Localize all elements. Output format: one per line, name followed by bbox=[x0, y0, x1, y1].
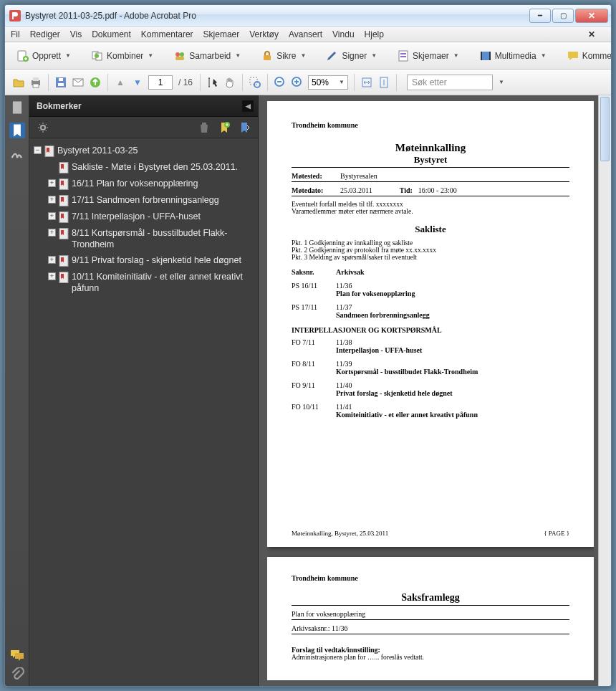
forms-button[interactable]: Skjemaer▼ bbox=[393, 48, 463, 64]
bookmark-icon bbox=[59, 211, 69, 223]
upload-icon[interactable] bbox=[89, 76, 102, 89]
section-interp: INTERPELLASJONER OG KORTSPØRSMÅL bbox=[292, 326, 569, 334]
open-icon[interactable] bbox=[12, 76, 25, 89]
menu-verktoy[interactable]: Verktøy bbox=[249, 29, 279, 39]
new-bookmark-icon[interactable] bbox=[218, 121, 231, 134]
close-button[interactable]: ✕ bbox=[575, 9, 608, 23]
svg-rect-8 bbox=[175, 57, 184, 60]
forfall-line1: Eventuelt forfall meldes til tlf. xxxxxx… bbox=[292, 201, 569, 208]
expand-icon[interactable]: + bbox=[48, 229, 56, 237]
motedato-label: Møtedato: bbox=[292, 186, 335, 194]
bookmark-icon bbox=[59, 228, 69, 239]
expand-icon[interactable]: + bbox=[48, 196, 56, 204]
svg-rect-12 bbox=[400, 56, 406, 57]
document-viewer: Trondheim kommune Møteinnkalling Bystyre… bbox=[259, 95, 611, 686]
select-tool-icon[interactable] bbox=[206, 76, 219, 89]
menu-dokument[interactable]: Dokument bbox=[92, 29, 131, 39]
expand-icon[interactable]: + bbox=[48, 272, 56, 280]
expand-icon[interactable]: + bbox=[48, 179, 56, 187]
delete-bookmark-icon[interactable] bbox=[198, 121, 211, 134]
panel-collapse-icon[interactable]: ◀ bbox=[242, 100, 254, 112]
collaborate-button[interactable]: Samarbeid▼ bbox=[169, 48, 245, 64]
bookmark-item[interactable]: +17/11 Sandmoen forbrenningsanlegg bbox=[47, 192, 255, 209]
bookmark-icon bbox=[59, 162, 69, 173]
svg-rect-17 bbox=[33, 77, 39, 81]
menubar: Fil Rediger Vis Dokument Kommentarer Skj… bbox=[5, 27, 611, 42]
zoom-in-icon[interactable] bbox=[291, 76, 304, 89]
minimize-button[interactable]: ━ bbox=[529, 9, 551, 23]
bookmark-icon bbox=[44, 146, 54, 157]
secure-button[interactable]: Sikre▼ bbox=[256, 48, 310, 64]
collapse-icon[interactable]: − bbox=[34, 146, 42, 154]
marquee-zoom-icon[interactable] bbox=[249, 76, 261, 89]
table-row: FO 8/1111/39Kortspørsmål - busstilbudet … bbox=[292, 360, 569, 376]
bookmark-item[interactable]: Sakliste - Møte i Bystyret den 25.03.201… bbox=[47, 159, 255, 176]
comments-panel-icon[interactable] bbox=[10, 649, 24, 662]
menu-skjemaer[interactable]: Skjemaer bbox=[203, 29, 240, 39]
svg-rect-30 bbox=[12, 101, 21, 113]
bookmark-item[interactable]: +7/11 Interpellasjon - UFFA-huset bbox=[47, 209, 255, 225]
create-icon bbox=[16, 49, 29, 62]
toolbar-secondary: ▲ ▼ / 16 50%▼ Søk etter ▼ bbox=[5, 70, 611, 95]
menu-fil[interactable]: Fil bbox=[11, 29, 20, 39]
create-button[interactable]: Opprett▼ bbox=[12, 48, 75, 64]
search-input[interactable]: Søk etter bbox=[407, 75, 493, 90]
comment-button[interactable]: Kommentar▼ bbox=[562, 48, 612, 64]
page-footer-left: Møteinnkalling, Bystyret, 25.03.2011 bbox=[292, 530, 388, 537]
motested-value: Bystyresalen bbox=[340, 172, 377, 180]
menu-vis[interactable]: Vis bbox=[70, 29, 82, 39]
page-up-icon[interactable]: ▲ bbox=[114, 76, 127, 89]
svg-rect-15 bbox=[489, 52, 491, 60]
scrollbar-thumb[interactable] bbox=[600, 97, 610, 161]
bookmark-item[interactable]: +8/11 Kortspørsmål - busstilbudet Flakk-… bbox=[47, 225, 255, 252]
pen-icon bbox=[326, 49, 339, 62]
print-icon[interactable] bbox=[29, 76, 42, 89]
toolbar-main: Opprett▼ Kombiner▼ Samarbeid▼ Sikre▼ Sig… bbox=[5, 42, 611, 70]
attachments-panel-icon[interactable] bbox=[10, 667, 24, 680]
svg-point-31 bbox=[41, 125, 45, 130]
tid-value: 16:00 - 23:00 bbox=[418, 186, 457, 194]
bookmark-item[interactable]: +16/11 Plan for voksenopplæring bbox=[47, 176, 255, 192]
sign-button[interactable]: Signer▼ bbox=[322, 48, 381, 64]
menu-avansert[interactable]: Avansert bbox=[289, 29, 322, 39]
fit-width-icon[interactable] bbox=[360, 76, 373, 89]
moteinnkalling-title: Møteinnkalling bbox=[292, 142, 569, 154]
fit-page-icon[interactable] bbox=[377, 76, 390, 89]
menu-hjelp[interactable]: Hjelp bbox=[365, 29, 384, 39]
saksframlegg-title: Saksframlegg bbox=[292, 592, 569, 604]
search-dropdown-icon[interactable]: ▼ bbox=[499, 79, 504, 85]
page-down-icon[interactable]: ▼ bbox=[131, 76, 144, 89]
bookmark-item[interactable]: +9/11 Privat forslag - skjenketid hele d… bbox=[47, 252, 255, 269]
bookmark-item[interactable]: +10/11 Komiteinitiativ - et eller annet … bbox=[47, 269, 255, 296]
signatures-panel-icon[interactable] bbox=[9, 146, 25, 161]
options-gear-icon[interactable]: ▼ bbox=[37, 121, 49, 134]
email-icon[interactable] bbox=[72, 76, 85, 89]
menu-vindu[interactable]: Vindu bbox=[332, 29, 354, 39]
page-number-input[interactable] bbox=[148, 75, 173, 90]
save-icon[interactable] bbox=[54, 76, 67, 89]
svg-point-6 bbox=[175, 52, 180, 57]
zoom-level[interactable]: 50%▼ bbox=[308, 75, 348, 90]
menu-kommentarer[interactable]: Kommentarer bbox=[141, 29, 193, 39]
forslag-label: Forslag til vedtak/innstilling: bbox=[292, 646, 569, 654]
expand-icon[interactable]: + bbox=[48, 256, 56, 264]
pages-container[interactable]: Trondheim kommune Møteinnkalling Bystyre… bbox=[267, 101, 594, 680]
vertical-scrollbar[interactable] bbox=[598, 95, 611, 686]
svg-rect-21 bbox=[59, 78, 63, 81]
svg-rect-14 bbox=[481, 52, 482, 60]
bookmark-icon bbox=[59, 255, 69, 267]
hand-tool-icon[interactable] bbox=[223, 76, 236, 89]
combine-button[interactable]: Kombiner▼ bbox=[87, 48, 158, 64]
document-close-icon[interactable]: ✕ bbox=[588, 29, 595, 39]
bookmark-label: 7/11 Interpellasjon - UFFA-huset bbox=[72, 211, 201, 222]
maximize-button[interactable]: ▢ bbox=[552, 9, 574, 23]
multimedia-button[interactable]: Multimedia▼ bbox=[475, 48, 551, 64]
expand-bookmark-icon[interactable] bbox=[238, 121, 251, 134]
bookmarks-panel-icon[interactable] bbox=[9, 123, 25, 138]
app-window: Bystyret 2011-03-25.pdf - Adobe Acrobat … bbox=[4, 4, 612, 687]
pages-panel-icon[interactable] bbox=[9, 100, 25, 115]
bookmark-root[interactable]: − Bystyret 2011-03-25 bbox=[32, 143, 255, 159]
zoom-out-icon[interactable] bbox=[274, 76, 287, 89]
expand-icon[interactable]: + bbox=[48, 212, 56, 220]
menu-rediger[interactable]: Rediger bbox=[30, 29, 60, 39]
